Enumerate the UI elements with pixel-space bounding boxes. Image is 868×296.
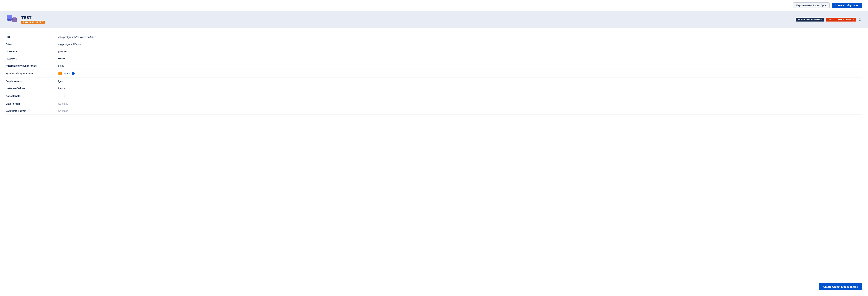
field-row-password: Password •••••••• <box>6 55 862 62</box>
field-row-url: URL jdbc:postgresql://postgres:5432/jira <box>6 34 862 41</box>
value-datetime-format: No Value <box>58 109 862 112</box>
page-title: TEST <box>21 15 792 20</box>
concatenator-box: - <box>58 94 64 98</box>
label-url: URL <box>6 36 58 38</box>
settings-gear-button[interactable]: ⚙ <box>858 17 862 22</box>
header-info: TEST DATABASE IMPORT <box>21 15 792 24</box>
value-empty-values: Ignore <box>58 80 862 83</box>
invalid-configuration-badge: INVALID CONFIGURATION <box>826 18 856 22</box>
admin-avatar: 🟠 <box>58 71 62 75</box>
value-sync-account: 🟠 admin i <box>58 71 862 75</box>
svg-point-2 <box>7 19 12 21</box>
value-driver: org.postgresql.Driver <box>58 43 862 46</box>
field-row-datetime-format: Date/Time Format No Value <box>6 107 862 114</box>
field-row-username: Username postgres <box>6 48 862 55</box>
value-concatenator: - <box>58 94 862 98</box>
explore-assets-button[interactable]: Explore Assets Import Apps <box>793 2 830 8</box>
field-row-concatenator: Concatenator - <box>6 92 862 100</box>
create-configuration-button[interactable]: Create Configuration <box>832 3 862 8</box>
header-status: NEVER SYNCHRONIZED INVALID CONFIGURATION… <box>796 17 862 22</box>
never-synchronized-badge: NEVER SYNCHRONIZED <box>796 18 824 22</box>
header-icon-stack <box>6 14 18 25</box>
toolbar: Explore Assets Import Apps Create Config… <box>0 0 868 11</box>
label-driver: Driver <box>6 43 58 46</box>
label-sync-account: Synchronizing Account <box>6 72 58 75</box>
value-url: jdbc:postgresql://postgres:5432/jira <box>58 36 862 38</box>
label-date-format: Date Format <box>6 102 58 105</box>
value-unknown-values: Ignore <box>58 87 862 90</box>
label-datetime-format: Date/Time Format <box>6 109 58 112</box>
label-concatenator: Concatenator <box>6 95 58 97</box>
label-password: Password <box>6 57 58 60</box>
field-row-sync-account: Synchronizing Account 🟠 admin i <box>6 69 862 78</box>
header-banner: TEST DATABASE IMPORT NEVER SYNCHRONIZED … <box>0 11 868 28</box>
admin-link[interactable]: admin <box>64 72 70 75</box>
value-username: postgres <box>58 50 862 53</box>
svg-point-3 <box>7 15 12 17</box>
field-row-unknown-values: Unknown Values Ignore <box>6 85 862 92</box>
value-password: •••••••• <box>58 57 862 60</box>
gear-icon: ⚙ <box>859 18 862 22</box>
database-icon <box>6 14 18 25</box>
info-icon[interactable]: i <box>72 72 74 75</box>
label-empty-values: Empty Values <box>6 80 58 83</box>
field-row-empty-values: Empty Values Ignore <box>6 78 862 85</box>
label-unknown-values: Unknown Values <box>6 87 58 90</box>
label-auto-sync: Automatically synchronize <box>6 64 58 67</box>
field-row-driver: Driver org.postgresql.Driver <box>6 41 862 48</box>
field-row-auto-sync: Automatically synchronize False <box>6 62 862 69</box>
label-username: Username <box>6 50 58 53</box>
value-auto-sync: False <box>58 64 862 67</box>
main-content: URL jdbc:postgresql://postgres:5432/jira… <box>0 28 868 120</box>
db-import-badge: DATABASE IMPORT <box>21 21 45 24</box>
value-date-format: No Value <box>58 102 862 105</box>
field-row-date-format: Date Format No Value <box>6 100 862 107</box>
